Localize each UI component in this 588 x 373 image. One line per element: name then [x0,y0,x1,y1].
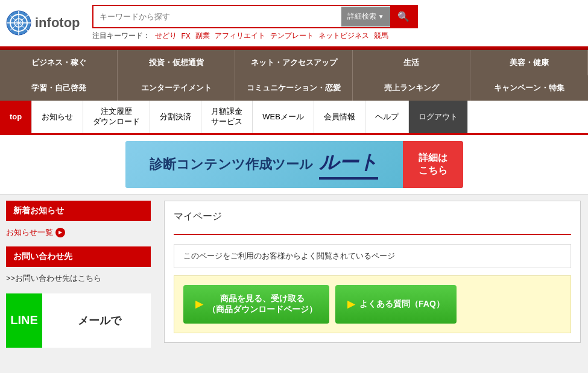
search-detail-button[interactable]: 詳細検索 [341,7,390,27]
sidebar-new-notice-title: 新着お知らせ [6,201,151,221]
sidebar-banner-inner: LINE メールで [6,293,151,348]
banner-cta-text: 詳細は [419,152,447,165]
tab-order-history[interactable]: 注文履歴ダウンロード [83,101,150,133]
banner-main-text: 診断コンテンツ作成ツール [150,155,313,174]
banner-cta[interactable]: 詳細は こちら [403,141,463,188]
search-input[interactable] [93,7,341,26]
tab-webmail[interactable]: WEBメール [253,101,314,133]
tab-installment[interactable]: 分割決済 [150,101,201,133]
tab-member-info[interactable]: 会員情報 [314,101,365,133]
banner-logo: ルート [319,149,378,180]
content-box: マイページ このページをご利用のお客様からよく閲覧されているページ ▶ 商品を見… [164,201,581,343]
btn1-arrow-icon: ▶ [195,298,203,310]
btn2-arrow-icon: ▶ [347,298,355,310]
circle-arrow-icon: ▶ [55,228,65,237]
sidebar-line-banner[interactable]: LINE メールで [6,293,151,348]
main-wrapper: 新着お知らせ お知らせ一覧 ▶ お問い合わせ先 >>お問い合わせ先はこちら LI… [0,195,588,354]
faq-button[interactable]: ▶ よくある質問（FAQ） [335,285,457,324]
content-area: マイページ このページをご利用のお客様からよく閲覧されているページ ▶ 商品を見… [157,195,588,354]
nav-beauty[interactable]: 美容・健康 [470,50,588,75]
keyword-template[interactable]: テンプレート [270,31,314,41]
btn2-label: よくある質問（FAQ） [359,299,444,310]
banner-left: 診断コンテンツ作成ツール ルート [125,141,403,188]
tab-monthly[interactable]: 月額課金サービス [201,101,253,133]
header: infotop 詳細検索 🔍 注目キーワード： せどり FX 副業 アフィリエイ… [0,0,588,46]
logo-text: infotop [35,15,80,31]
nav-investment[interactable]: 投資・仮想通貨 [118,50,235,75]
nav-learning[interactable]: 学習・自己啓発 [0,75,118,101]
keyword-keiba[interactable]: 競馬 [374,31,388,41]
sidebar-notice-list-text: お知らせ一覧 [6,227,53,238]
keyword-row: 注目キーワード： せどり FX 副業 アフィリエイト テンプレート ネットビジネ… [92,31,418,41]
keyword-sedori[interactable]: せどり [155,31,177,41]
sidebar-contact-link[interactable]: >>お問い合わせ先はこちら [6,271,151,286]
nav-net-access[interactable]: ネット・アクセスアップ [235,50,353,75]
btn1-label: 商品を見る、受け取る（商品ダウンロードページ） [207,293,317,315]
page-title: マイページ [174,210,571,228]
banner-area[interactable]: 診断コンテンツ作成ツール ルート 詳細は こちら [0,135,588,195]
yellow-section: ▶ 商品を見る、受け取る（商品ダウンロードページ） ▶ よくある質問（FAQ） [174,275,571,333]
keyword-label: 注目キーワード： [92,31,150,41]
sidebar-contact-title: お問い合わせ先 [6,246,151,267]
search-area: 詳細検索 🔍 注目キーワード： せどり FX 副業 アフィリエイト テンプレート… [92,5,418,41]
nav-life[interactable]: 生活 [353,50,470,75]
search-row: 詳細検索 🔍 [92,5,418,28]
tab-bar: top お知らせ 注文履歴ダウンロード 分割決済 月額課金サービス WEBメール… [0,101,588,135]
green-buttons: ▶ 商品を見る、受け取る（商品ダウンロードページ） ▶ よくある質問（FAQ） [183,285,561,324]
nav-categories: ビジネス・稼ぐ 投資・仮想通貨 ネット・アクセスアップ 生活 美容・健康 学習・… [0,50,588,101]
nav-business[interactable]: ビジネス・稼ぐ [0,50,118,75]
tab-logout[interactable]: ログアウト [409,101,468,133]
nav-entertainment[interactable]: エンターテイメント [118,75,235,101]
sidebar-notice-list-link[interactable]: お知らせ一覧 ▶ [6,225,151,240]
keyword-fx[interactable]: FX [182,32,191,40]
nav-ranking[interactable]: 売上ランキング [353,75,470,101]
logo-area: infotop [6,10,80,36]
red-divider [174,234,571,235]
logo-icon [6,10,31,36]
tab-top[interactable]: top [0,101,32,133]
banner-image[interactable]: 診断コンテンツ作成ツール ルート 詳細は こちら [125,141,463,188]
mail-text: メールで [42,293,151,348]
keyword-netbiz[interactable]: ネットビジネス [318,31,369,41]
nav-campaign[interactable]: キャンペーン・特集 [470,75,588,101]
mail-label: メールで [78,313,121,328]
tab-help[interactable]: ヘルプ [365,101,409,133]
keyword-affiliate[interactable]: アフィリエイト [215,31,265,41]
search-submit-button[interactable]: 🔍 [390,6,417,27]
line-label: LINE [10,313,38,327]
nav-communication[interactable]: コミュニケーション・恋愛 [235,75,353,101]
sidebar: 新着お知らせ お知らせ一覧 ▶ お問い合わせ先 >>お問い合わせ先はこちら LI… [0,195,157,354]
tab-notice[interactable]: お知らせ [32,101,83,133]
frequently-viewed-notice: このページをご利用のお客様からよく閲覧されているページ [174,244,571,268]
banner-cta-text2: こちら [419,165,447,177]
download-page-button[interactable]: ▶ 商品を見る、受け取る（商品ダウンロードページ） [183,285,329,324]
line-badge: LINE [6,293,42,348]
keyword-fukugyo[interactable]: 副業 [195,31,210,41]
